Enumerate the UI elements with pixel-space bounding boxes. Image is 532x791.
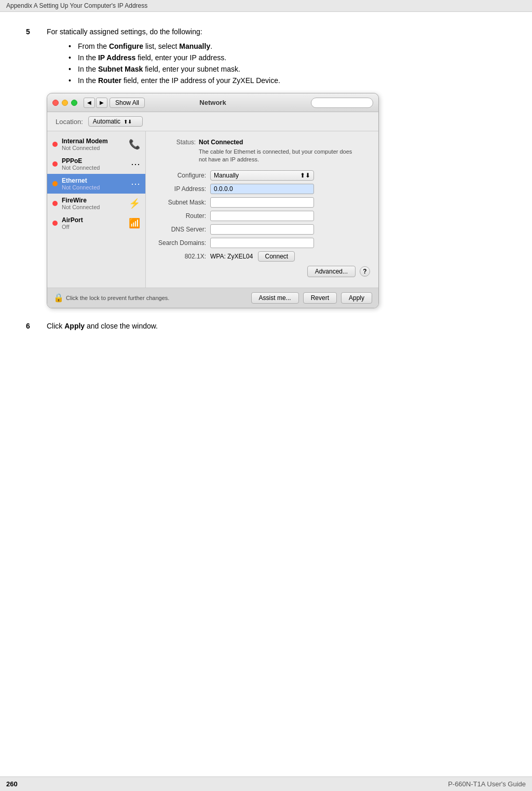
- dialog-main: Internal Modem Not Connected 📞 PPPoE: [47, 131, 378, 288]
- sidebar-item-ethernet[interactable]: Ethernet Not Connected ⋯: [47, 174, 145, 194]
- subnet-mask-label: Subnet Mask:: [154, 199, 206, 206]
- step-6-content: Click Apply and close the window.: [47, 322, 506, 336]
- net-item-status-airport: Off: [62, 224, 125, 230]
- subnet-mask-row: Subnet Mask:: [154, 197, 370, 208]
- location-value: Automatic: [93, 118, 120, 125]
- configure-row: Configure: Manually ⬆⬇: [154, 170, 370, 181]
- ip-address-label: IP Address:: [154, 185, 206, 193]
- forward-button[interactable]: ▶: [96, 98, 107, 108]
- status-dot-pppoe: [52, 161, 58, 167]
- dns-server-row: DNS Server:: [154, 224, 370, 235]
- step-5-number: 5: [26, 28, 47, 36]
- network-dialog: ◀ ▶ Show All Network Location: Automatic…: [47, 93, 379, 308]
- location-label: Location:: [56, 118, 83, 126]
- configure-select[interactable]: Manually ⬆⬇: [210, 170, 314, 181]
- net-item-name-pppoe: PPPoE: [62, 157, 127, 165]
- net-item-status-firewire: Not Connected: [62, 204, 125, 210]
- sidebar-item-pppoe[interactable]: PPPoE Not Connected ⋯: [47, 154, 145, 174]
- net-item-name-firewire: FireWire: [62, 197, 125, 204]
- step-5-intro: For statically assigned settings, do the…: [47, 28, 506, 36]
- back-button[interactable]: ◀: [84, 98, 95, 108]
- router-label: Router:: [154, 212, 206, 220]
- ethernet-icon: ⋯: [131, 178, 140, 189]
- configure-value: Manually: [214, 172, 239, 179]
- status-dot-internal-modem: [52, 142, 58, 147]
- status-description: The cable for Ethernet is connected, but…: [199, 148, 354, 164]
- step-5-bullets: From the Configure list, select Manually…: [78, 42, 506, 85]
- assist-me-button[interactable]: Assist me...: [251, 292, 299, 304]
- status-dot-ethernet: [52, 181, 58, 186]
- minimize-button[interactable]: [62, 100, 68, 106]
- bottom-left: 🔒 Click the lock to prevent further chan…: [53, 293, 169, 303]
- apply-button[interactable]: Apply: [341, 292, 372, 304]
- status-value: Not Connected: [199, 139, 243, 146]
- step-6-intro: Click Apply and close the window.: [47, 322, 506, 330]
- configure-label: Configure:: [154, 172, 206, 179]
- sidebar-item-airport[interactable]: AirPort Off 📶: [47, 213, 145, 233]
- bullet-1: From the Configure list, select Manually…: [78, 42, 506, 50]
- dialog-titlebar: ◀ ▶ Show All Network: [47, 93, 378, 112]
- router-input[interactable]: [210, 211, 314, 221]
- dot1x-label: 802.1X:: [154, 253, 206, 260]
- dot1x-row: 802.1X: WPA: ZyXEL04 Connect: [154, 251, 370, 262]
- footer-bar: 260 P-660N-T1A User's Guide: [0, 776, 532, 791]
- dot1x-value: WPA: ZyXEL04: [210, 253, 253, 260]
- maximize-button[interactable]: [71, 100, 77, 106]
- ip-address-input[interactable]: [210, 184, 314, 194]
- search-domains-row: Search Domains:: [154, 238, 370, 248]
- main-content: 5 For statically assigned settings, do t…: [0, 12, 532, 357]
- status-desc-row: The cable for Ethernet is connected, but…: [154, 148, 370, 164]
- status-section: Status: Not Connected The cable for Ethe…: [154, 139, 370, 164]
- connect-button[interactable]: Connect: [258, 251, 295, 262]
- nav-buttons: ◀ ▶: [84, 98, 107, 108]
- bottom-right: Assist me... Revert Apply: [251, 292, 372, 304]
- dialog-bottom-bar: 🔒 Click the lock to prevent further chan…: [47, 288, 378, 308]
- close-button[interactable]: [52, 100, 59, 106]
- header-title: Appendix A Setting Up Your Computer's IP…: [6, 2, 147, 9]
- bullet-2: In the IP Address field, enter your IP a…: [78, 53, 506, 62]
- dialog-search-input[interactable]: [311, 98, 373, 108]
- step-6-block: 6 Click Apply and close the window.: [26, 322, 506, 336]
- page-header: Appendix A Setting Up Your Computer's IP…: [0, 0, 532, 12]
- net-item-name-ethernet: Ethernet: [62, 177, 127, 184]
- sidebar-item-internal-modem[interactable]: Internal Modem Not Connected 📞: [47, 134, 145, 154]
- form-section: Configure: Manually ⬆⬇ IP Address:: [154, 170, 370, 277]
- firewire-icon: ⚡: [129, 198, 140, 209]
- traffic-lights: [52, 100, 77, 106]
- network-right-panel: Status: Not Connected The cable for Ethe…: [146, 131, 378, 288]
- location-bar: Location: Automatic ⬆⬇: [47, 112, 378, 131]
- search-domains-label: Search Domains:: [154, 239, 206, 247]
- status-dot-airport: [52, 221, 58, 226]
- lock-icon[interactable]: 🔒: [53, 293, 64, 303]
- step-6-number: 6: [26, 322, 47, 330]
- dns-input[interactable]: [210, 224, 314, 235]
- revert-button[interactable]: Revert: [303, 292, 337, 304]
- show-all-button[interactable]: Show All: [110, 98, 145, 108]
- configure-arrow-icon: ⬆⬇: [300, 172, 310, 179]
- footer-guide-name: P-660N-T1A User's Guide: [448, 780, 526, 788]
- advanced-button[interactable]: Advanced...: [307, 266, 356, 277]
- net-item-name-modem: Internal Modem: [62, 138, 125, 145]
- modem-icon: 📞: [129, 139, 140, 150]
- pppoe-icon: ⋯: [131, 158, 140, 170]
- sidebar-item-firewire[interactable]: FireWire Not Connected ⚡: [47, 194, 145, 213]
- status-dot-firewire: [52, 201, 58, 206]
- dialog-title: Network: [199, 99, 226, 106]
- router-row: Router:: [154, 211, 370, 221]
- dns-label: DNS Server:: [154, 226, 206, 233]
- location-arrow-icon: ⬆⬇: [124, 119, 132, 125]
- ip-address-row: IP Address:: [154, 184, 370, 194]
- net-item-status-pppoe: Not Connected: [62, 165, 127, 171]
- net-item-status-modem: Not Connected: [62, 145, 125, 151]
- status-label: Status:: [154, 139, 196, 146]
- step-5-content: For statically assigned settings, do the…: [47, 28, 506, 317]
- help-button[interactable]: ?: [360, 266, 370, 277]
- subnet-mask-input[interactable]: [210, 197, 314, 208]
- dialog-body: Location: Automatic ⬆⬇: [47, 112, 378, 308]
- location-select[interactable]: Automatic ⬆⬇: [88, 116, 143, 127]
- status-row: Status: Not Connected: [154, 139, 370, 146]
- search-domains-input[interactable]: [210, 238, 314, 248]
- lock-text: Click the lock to prevent further change…: [66, 295, 169, 301]
- bullet-4: In the Router field, enter the IP addres…: [78, 76, 506, 85]
- bullet-3: In the Subnet Mask field, enter your sub…: [78, 65, 506, 73]
